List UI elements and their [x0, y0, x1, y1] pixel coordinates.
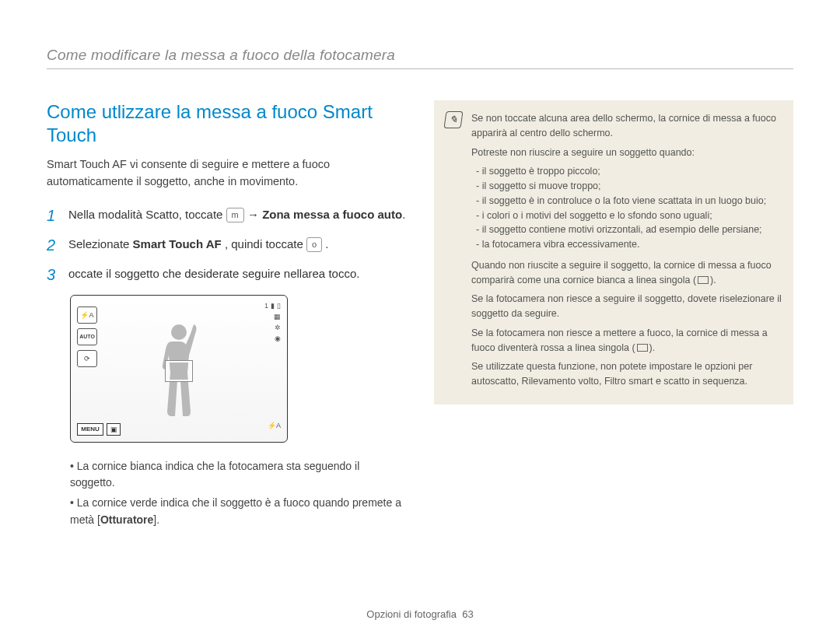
- reason-item: il soggetto è in controluce o la foto vi…: [476, 194, 782, 208]
- reason-item: il soggetto contiene motivi orizzontali,…: [476, 222, 782, 237]
- header-rule: [47, 68, 793, 69]
- note-icon-wrap: ✎: [445, 111, 464, 394]
- focus-frame-icon: [166, 361, 192, 381]
- af-icon: ◉: [275, 335, 281, 342]
- step2-bold: Smart Touch AF: [133, 237, 222, 250]
- step-3: 3 occate il soggetto che desiderate segu…: [47, 265, 406, 284]
- resolution-icon: ▦: [274, 313, 281, 321]
- note-body: Se non toccate alcuna area dello schermo…: [471, 111, 782, 394]
- camera-menu-row: MENU ▣: [77, 423, 121, 436]
- step1-arrow: →: [247, 208, 262, 221]
- reason-item: la fotocamera vibra eccessivamente.: [476, 237, 782, 252]
- quality-icon: ✲: [275, 324, 281, 331]
- caption-bullets: La cornice bianca indica che la fotocame…: [70, 458, 406, 529]
- shots-remaining-indicator: 1 ▮ ▯: [264, 302, 281, 310]
- shots-num: 1: [264, 302, 268, 310]
- bullet-green-text: La cornice verde indica che il soggetto …: [70, 496, 401, 526]
- left-column: Come utlizzare la messa a fuoco Smart To…: [47, 100, 406, 531]
- bullet-green-frame: La cornice verde indica che il soggetto …: [70, 495, 406, 528]
- step-2: 2 Selezionate Smart Touch AF , quindi to…: [47, 236, 406, 254]
- white-frame-icon: [698, 276, 709, 284]
- step-number: 1: [47, 206, 59, 225]
- step2-mid: , quindi toccate: [225, 237, 306, 250]
- step1-pre: Nella modalità Scatto, toccate: [68, 208, 226, 221]
- header-title: Come modificare la messa a fuoco della f…: [47, 47, 793, 64]
- manual-page: Come modificare la messa a fuoco della f…: [0, 0, 840, 634]
- step-number: 2: [47, 236, 59, 254]
- camera-left-icons: ⚡A AUTO ⟳: [77, 306, 97, 367]
- reason-item: il soggetto è troppo piccolo;: [476, 164, 782, 179]
- note-p5: Se la fotocamera non riesce a mettere a …: [471, 326, 782, 356]
- section-intro: Smart Touch AF vi consente di seguire e …: [47, 156, 406, 191]
- step-1: 1 Nella modalità Scatto, toccate m → Zon…: [47, 206, 406, 225]
- reason-item: il soggetto si muove troppo;: [476, 179, 782, 194]
- sd-icon: ▯: [277, 302, 281, 310]
- right-column: ✎ Se non toccate alcuna area dello scher…: [434, 100, 793, 531]
- step-text: Selezionate Smart Touch AF , quindi tocc…: [68, 236, 328, 254]
- playback-icon: ▣: [107, 423, 121, 436]
- note-p4: Se la fotocamera non riesce a seguire il…: [471, 292, 782, 321]
- main-content: Come utlizzare la messa a fuoco Smart To…: [47, 100, 793, 531]
- timer-off-icon: ⟳: [77, 350, 97, 367]
- page-header: Come modificare la messa a fuoco della f…: [47, 47, 793, 69]
- step3-text: occate il soggetto che desiderate seguir…: [68, 267, 359, 280]
- step2-pre: Selezionate: [68, 237, 133, 250]
- auto-mode-icon: AUTO: [77, 328, 97, 345]
- note-p6: Se utilizzate questa funzione, non potet…: [471, 359, 782, 389]
- section-title: Come utlizzare la messa a fuoco Smart To…: [47, 100, 406, 147]
- page-footer: Opzioni di fotografia 63: [0, 608, 840, 620]
- bullet-white-frame: La cornice bianca indica che la fotocame…: [70, 458, 406, 492]
- svg-point-0: [171, 324, 187, 340]
- note-reasons: il soggetto è troppo piccolo; il soggett…: [476, 164, 782, 252]
- step-text: occate il soggetto che desiderate seguir…: [68, 265, 359, 284]
- step1-bold: Zona messa a fuoco auto: [262, 208, 402, 221]
- menu-icon: m: [226, 208, 244, 222]
- ok-icon: o: [306, 237, 322, 252]
- note-p1: Se non toccate alcuna area dello schermo…: [471, 111, 782, 141]
- note-box: ✎ Se non toccate alcuna area dello scher…: [434, 100, 793, 405]
- step-number: 3: [47, 265, 59, 284]
- step2-post: .: [325, 237, 328, 250]
- menu-button-icon: MENU: [77, 423, 103, 436]
- flash-auto-icon: ⚡A: [77, 306, 97, 324]
- note-p3: Quando non riuscite a seguire il soggett…: [471, 258, 782, 288]
- camera-preview-illustration: ⚡A AUTO ⟳ MENU ▣ 1 ▮ ▯ ▦ ✲ ◉ ⚡A: [70, 295, 288, 443]
- reason-item: i colori o i motivi del soggetto e lo sf…: [476, 208, 782, 223]
- flash-indicator: ⚡A: [268, 422, 281, 429]
- note-p2: Potreste non riuscire a seguire un sogge…: [471, 145, 782, 160]
- camera-top-right-indicators: 1 ▮ ▯ ▦ ✲ ◉: [264, 302, 281, 342]
- note-icon: ✎: [443, 111, 463, 128]
- footer-page: 63: [462, 608, 473, 620]
- red-frame-icon: [637, 344, 648, 352]
- shutter-word: Otturatore: [100, 513, 153, 526]
- footer-section: Opzioni di fotografia: [366, 608, 457, 620]
- battery-icon: ▮: [271, 302, 275, 310]
- step1-post: .: [402, 208, 405, 221]
- step-text: Nella modalità Scatto, toccate m → Zona …: [68, 206, 405, 225]
